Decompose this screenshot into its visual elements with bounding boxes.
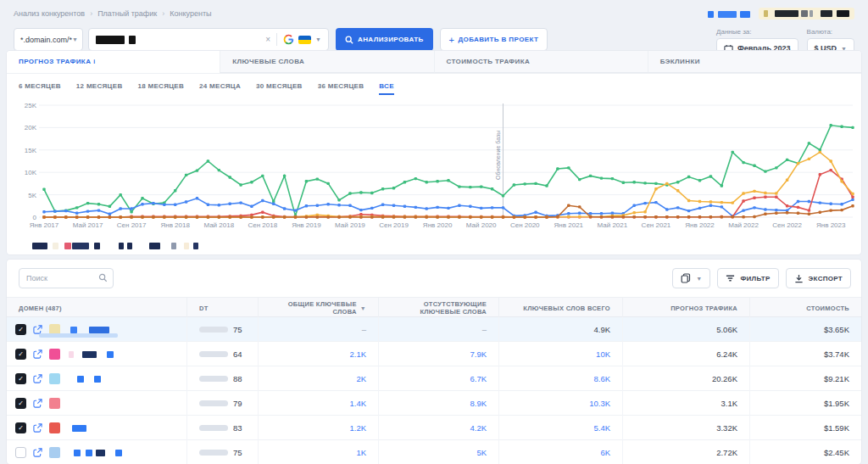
table-row[interactable]: ✓ 882K6.7K8.6K20.26K$9.21K — [7, 366, 861, 391]
table-search[interactable] — [19, 268, 114, 288]
total-keywords-cell: 10.3K — [498, 391, 622, 416]
clear-icon[interactable]: × — [265, 35, 270, 44]
external-link-icon[interactable] — [33, 423, 42, 433]
domain-cell[interactable]: ✓ — [7, 416, 186, 440]
total-keywords-value[interactable]: 5.4K — [593, 423, 610, 433]
external-link-icon[interactable] — [33, 399, 42, 408]
domain-cell[interactable]: ✓ — [7, 366, 186, 391]
redacted-block — [740, 11, 750, 18]
common-keywords-value[interactable]: 2.1K — [349, 349, 366, 359]
domain-name-redacted[interactable] — [64, 450, 122, 456]
tab-ключевые-слова[interactable]: КЛЮЧЕВЫЕ СЛОВА — [220, 51, 433, 73]
domain-name-redacted[interactable] — [64, 327, 109, 333]
domain-cell[interactable]: ✓ — [7, 317, 186, 342]
row-checkbox[interactable]: ✓ — [15, 349, 26, 360]
total-keywords-value[interactable]: 10K — [596, 349, 610, 359]
missing-keywords-cell: 5K — [378, 440, 498, 464]
external-link-icon[interactable] — [33, 448, 42, 457]
traffic-forecast-card: ПРОГНОЗ ТРАФИКАiКЛЮЧЕВЫЕ СЛОВАСТОИМОСТЬ … — [7, 51, 861, 254]
domain-name-redacted[interactable] — [64, 376, 101, 383]
total-keywords-value[interactable]: 8.6K — [593, 374, 610, 383]
missing-keywords-value[interactable]: – — [482, 325, 487, 334]
column-header-0[interactable]: ДОМЕН (487) — [7, 298, 186, 318]
copy-button[interactable]: ▼ — [672, 268, 710, 288]
column-header-4[interactable]: КЛЮЧЕВЫХ СЛОВ ВСЕГО — [498, 298, 622, 318]
cost-value: $3.65K — [824, 325, 849, 334]
breadcrumb-item[interactable]: Анализ конкурентов — [14, 9, 85, 18]
missing-keywords-value[interactable]: 6.7K — [470, 374, 487, 383]
tab-бэклинки[interactable]: БЭКЛИНКИ — [648, 51, 861, 73]
traffic-chart[interactable]: 25K20K15K10K5K0Обновление базыЯнв 2017Ма… — [7, 98, 861, 239]
common-keywords-value[interactable]: 1.2K — [349, 423, 366, 433]
redacted-block — [72, 425, 86, 432]
row-checkbox[interactable]: ✓ — [15, 324, 26, 335]
table-body: ✓ 75––4.9K5.06K$3.65K✓ 642.1K7.9K10K6.24… — [7, 317, 861, 464]
column-header-2[interactable]: ОБЩИЕ КЛЮЧЕВЫЕ СЛОВА▼ — [258, 298, 378, 318]
missing-keywords-value[interactable]: 5K — [476, 448, 487, 457]
missing-keywords-value[interactable]: 4.2K — [470, 423, 487, 433]
row-checkbox[interactable]: ✓ — [15, 422, 26, 433]
tab-стоимость-трафика[interactable]: СТОИМОСТЬ ТРАФИКА — [434, 51, 648, 73]
row-checkbox[interactable] — [15, 447, 26, 458]
total-keywords-value[interactable]: 4.9K — [593, 325, 610, 334]
range-6-месяцев[interactable]: 6 МЕСЯЦЕВ — [19, 82, 61, 95]
table-row[interactable]: ✓ 791.4K8.9K10.3K3.1K$1.95K — [7, 391, 861, 416]
table-row[interactable]: ✓ 75––4.9K5.06K$3.65K — [7, 317, 861, 342]
row-checkbox[interactable]: ✓ — [15, 398, 26, 409]
total-keywords-value[interactable]: 10.3K — [589, 399, 610, 408]
range-12-месяцев[interactable]: 12 МЕСЯЦЕВ — [76, 82, 123, 95]
range-18-месяцев[interactable]: 18 МЕСЯЦЕВ — [137, 82, 184, 95]
table-row[interactable]: ✓ 642.1K7.9K10K6.24K$3.74K — [7, 342, 861, 366]
chart-legend-redacted[interactable] — [7, 239, 861, 249]
analyze-button[interactable]: АНАЛИЗИРОВАТЬ — [336, 28, 433, 51]
column-header-3[interactable]: ОТСУТСТВУЮЩИЕ КЛЮЧЕВЫЕ СЛОВА — [378, 298, 498, 318]
range-24-месяца[interactable]: 24 МЕСЯЦА — [199, 82, 241, 95]
common-keywords-value[interactable]: 2K — [356, 374, 366, 383]
missing-keywords-value[interactable]: 8.9K — [470, 399, 487, 408]
common-keywords-value[interactable]: 1.4K — [349, 399, 366, 408]
domain-cell[interactable]: ✓ — [7, 342, 186, 366]
external-link-icon[interactable] — [33, 374, 42, 383]
table-row[interactable]: ✓ 831.2K4.2K5.4K3.32K$1.59K — [7, 416, 861, 440]
domain-name-redacted[interactable] — [64, 425, 86, 432]
add-to-project-button[interactable]: + ДОБАВИТЬ В ПРОЕКТ — [440, 28, 548, 51]
breadcrumb-item[interactable]: Платный трафик — [97, 9, 157, 18]
total-keywords-value[interactable]: 6K — [600, 448, 610, 457]
svg-text:Янв 2017: Янв 2017 — [30, 221, 59, 229]
dt-cell: 83 — [186, 416, 258, 440]
plus-icon: + — [449, 35, 455, 45]
column-header-6[interactable]: СТОИМОСТЬ — [749, 298, 861, 318]
common-keywords-value[interactable]: – — [362, 325, 366, 334]
domain-name-redacted[interactable] — [64, 351, 114, 358]
query-input[interactable]: × ▼ — [88, 28, 329, 51]
cost-value: $3.74K — [824, 349, 849, 359]
redacted-block — [764, 10, 768, 17]
export-button[interactable]: ЭКСПОРТ — [786, 268, 851, 288]
redacted-block — [70, 327, 77, 333]
redacted-notification-bar — [759, 8, 854, 20]
tab-прогноз-трафика[interactable]: ПРОГНОЗ ТРАФИКАi — [7, 51, 220, 73]
external-link-icon[interactable] — [33, 349, 42, 359]
range-все[interactable]: ВСЕ — [379, 82, 394, 95]
redacted-block — [94, 376, 101, 383]
chevron-down-icon: ▼ — [72, 36, 78, 42]
domain-cell[interactable]: ✓ — [7, 391, 186, 416]
domain-cell[interactable] — [7, 440, 186, 464]
filter-button[interactable]: ФИЛЬТР — [717, 268, 778, 288]
range-36-месяцев[interactable]: 36 МЕСЯЦЕВ — [318, 82, 364, 95]
range-30-месяцев[interactable]: 30 МЕСЯЦЕВ — [256, 82, 303, 95]
row-checkbox[interactable]: ✓ — [15, 373, 26, 384]
chevron-down-icon[interactable]: ▼ — [315, 36, 321, 42]
common-keywords-value[interactable]: 1K — [356, 448, 366, 457]
dt-bar — [199, 400, 228, 406]
redacted-account-links[interactable] — [708, 6, 750, 21]
total-keywords-cell: 10K — [498, 342, 622, 366]
redacted-block — [775, 10, 798, 17]
domain-mode-select[interactable]: *.domain.com/* ▼ — [14, 28, 83, 51]
column-header-1[interactable]: DT — [186, 298, 258, 318]
table-row[interactable]: 751K5K6K2.72K$2.45K — [7, 440, 861, 464]
column-header-5[interactable]: ПРОГНОЗ ТРАФИКА — [622, 298, 749, 318]
dt-cell: 75 — [186, 440, 258, 464]
info-icon: i — [93, 59, 95, 64]
missing-keywords-value[interactable]: 7.9K — [470, 349, 487, 359]
